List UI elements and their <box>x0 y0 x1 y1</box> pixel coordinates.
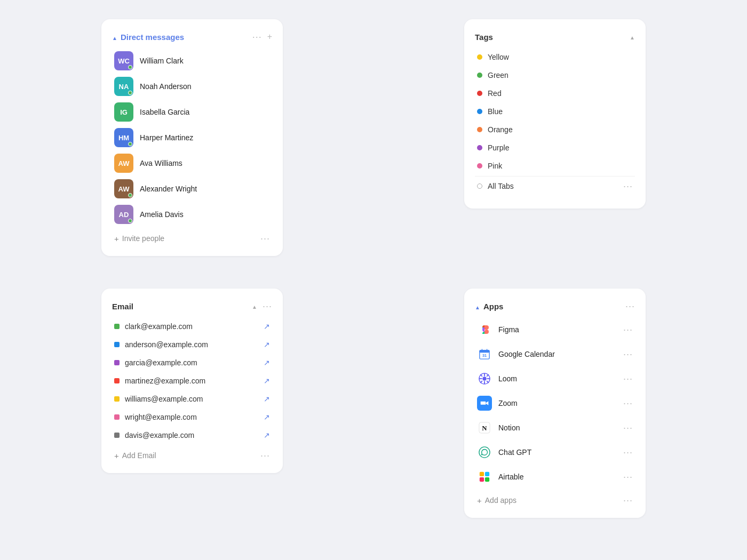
app-item[interactable]: N Notion <box>475 415 635 440</box>
tag-color-dot <box>477 73 482 78</box>
tag-item[interactable]: Red <box>475 84 635 102</box>
app-name: Google Calendar <box>498 350 555 358</box>
app-more-icon[interactable] <box>623 325 633 334</box>
app-item[interactable]: Airtable <box>475 465 635 489</box>
tags-title: Tags <box>475 33 493 42</box>
add-apps-button[interactable]: + Add apps <box>477 496 516 505</box>
add-email-button[interactable]: + Add Email <box>114 451 156 460</box>
app-item[interactable]: Chat GPT <box>475 440 635 465</box>
external-link-icon[interactable]: ↗ <box>264 377 270 385</box>
tag-item[interactable]: Purple <box>475 139 635 157</box>
svg-rect-20 <box>485 472 489 476</box>
email-collapse-icon[interactable] <box>252 301 257 311</box>
online-indicator <box>128 91 132 95</box>
svg-rect-21 <box>480 477 484 482</box>
all-tabs-label: All Tabs <box>488 182 514 190</box>
add-apps-plus-icon: + <box>477 496 482 505</box>
external-link-icon[interactable]: ↗ <box>264 358 270 367</box>
all-tabs-circle-icon <box>477 183 482 189</box>
dm-item[interactable]: IG Isabella Garcia <box>112 99 272 125</box>
add-email-row: + Add Email <box>112 446 272 460</box>
app-item[interactable]: 31 Google Calendar <box>475 342 635 366</box>
dm-item[interactable]: NA Noah Anderson <box>112 74 272 99</box>
app-more-icon[interactable] <box>623 472 633 482</box>
email-header-actions <box>252 301 272 311</box>
avatar: HM <box>114 128 133 147</box>
external-link-icon[interactable]: ↗ <box>264 322 270 331</box>
app-item[interactable]: Zoom <box>475 391 635 415</box>
tag-item[interactable]: Blue <box>475 102 635 121</box>
dm-user-name: Amelia Davis <box>140 210 184 219</box>
email-item-left: anderson@example.com <box>114 340 208 349</box>
external-link-icon[interactable]: ↗ <box>264 431 270 439</box>
app-icon-figma <box>477 322 492 337</box>
tag-item[interactable]: Yellow <box>475 48 635 66</box>
external-link-icon[interactable]: ↗ <box>264 413 270 421</box>
dm-item[interactable]: HM Harper Martinez <box>112 125 272 150</box>
online-indicator <box>128 219 132 223</box>
avatar: WC <box>114 51 133 70</box>
svg-point-6 <box>482 377 486 380</box>
app-item-left: 31 Google Calendar <box>477 347 555 362</box>
app-item[interactable]: Figma <box>475 317 635 342</box>
tag-color-dot <box>477 109 482 114</box>
apps-more-icon[interactable] <box>625 301 635 311</box>
email-item-left: davis@example.com <box>114 431 194 439</box>
tag-item[interactable]: Green <box>475 66 635 84</box>
add-apps-more-icon[interactable] <box>623 495 633 505</box>
email-list: clark@example.com ↗ anderson@example.com… <box>112 317 272 444</box>
tags-list: Yellow Green Red Blue Orange Purple Pink <box>475 48 635 175</box>
email-address: clark@example.com <box>125 322 193 331</box>
app-icon-gcal: 31 <box>477 347 492 362</box>
email-title: Email <box>112 302 133 311</box>
svg-text:N: N <box>482 425 487 432</box>
dm-item[interactable]: AW Ava Williams <box>112 150 272 176</box>
dm-item[interactable]: AW Alexander Wright <box>112 176 272 202</box>
add-email-more-icon[interactable] <box>260 451 270 460</box>
invite-row: + Invite people <box>112 229 272 243</box>
invite-label: Invite people <box>122 234 164 243</box>
app-item-left: Airtable <box>477 469 523 484</box>
all-tabs-more-icon[interactable] <box>623 181 633 191</box>
app-name: Airtable <box>498 473 523 481</box>
email-address: garcia@example.com <box>125 358 197 367</box>
email-item[interactable]: wright@example.com ↗ <box>112 408 272 426</box>
dm-add-icon[interactable] <box>267 33 272 41</box>
email-item[interactable]: anderson@example.com ↗ <box>112 335 272 354</box>
app-more-icon[interactable] <box>623 349 633 359</box>
app-name: Loom <box>498 374 517 383</box>
dm-item[interactable]: WC William Clark <box>112 48 272 74</box>
dm-title: Direct messages <box>112 33 184 42</box>
email-item[interactable]: garcia@example.com ↗ <box>112 354 272 372</box>
email-color-square <box>114 342 120 347</box>
dm-user-name: William Clark <box>140 57 184 65</box>
app-more-icon[interactable] <box>623 423 633 433</box>
external-link-icon[interactable]: ↗ <box>264 395 270 403</box>
tags-collapse-icon[interactable] <box>630 32 635 42</box>
email-item[interactable]: clark@example.com ↗ <box>112 317 272 335</box>
apps-collapse-icon[interactable] <box>475 302 480 311</box>
email-item[interactable]: williams@example.com ↗ <box>112 390 272 408</box>
tags-header: Tags <box>475 32 635 42</box>
dm-collapse-icon[interactable] <box>112 33 117 42</box>
invite-more-icon[interactable] <box>260 234 270 243</box>
invite-people-button[interactable]: + Invite people <box>114 234 164 243</box>
tag-item[interactable]: Orange <box>475 121 635 139</box>
email-item[interactable]: davis@example.com ↗ <box>112 426 272 444</box>
dm-item[interactable]: AD Amelia Davis <box>112 202 272 227</box>
online-indicator <box>128 142 132 146</box>
email-item[interactable]: martinez@example.com ↗ <box>112 372 272 390</box>
tag-item[interactable]: Pink <box>475 157 635 175</box>
app-more-icon[interactable] <box>623 447 633 457</box>
all-tabs-row: All Tabs <box>475 176 635 196</box>
all-tabs-button[interactable]: All Tabs <box>477 182 514 190</box>
dm-more-icon[interactable] <box>252 32 262 42</box>
app-item[interactable]: Loom <box>475 366 635 391</box>
tag-color-dot <box>477 91 482 96</box>
app-more-icon[interactable] <box>623 374 633 383</box>
email-more-icon[interactable] <box>263 301 272 311</box>
online-indicator <box>128 193 132 197</box>
app-more-icon[interactable] <box>623 398 633 408</box>
external-link-icon[interactable]: ↗ <box>264 340 270 349</box>
svg-rect-22 <box>485 477 489 482</box>
